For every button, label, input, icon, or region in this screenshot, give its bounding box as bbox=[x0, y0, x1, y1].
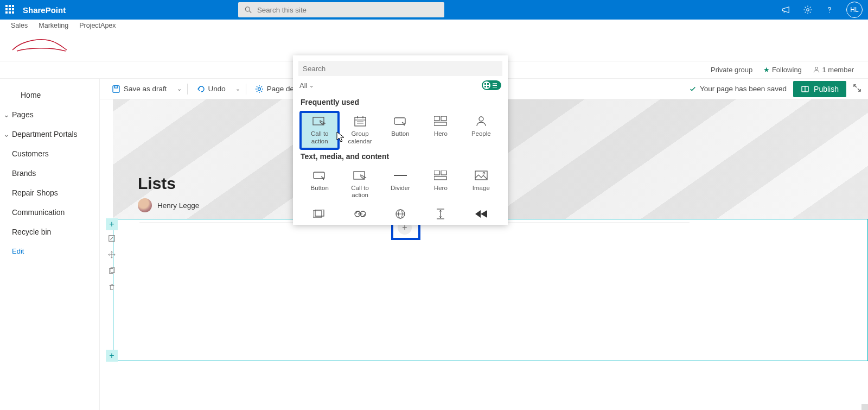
nav-home[interactable]: Home bbox=[0, 85, 99, 105]
page-title[interactable]: Lists bbox=[138, 174, 176, 193]
picker-section-freq: Frequently used bbox=[301, 98, 500, 106]
image-icon bbox=[474, 169, 489, 181]
search-wrap bbox=[238, 2, 444, 17]
wp-button-2[interactable]: Button bbox=[301, 166, 339, 203]
wp-image[interactable]: Image bbox=[462, 166, 500, 203]
svg-point-36 bbox=[483, 172, 485, 174]
svg-point-28 bbox=[479, 117, 483, 121]
svg-rect-13 bbox=[484, 83, 486, 85]
wp-partial-3[interactable] bbox=[381, 205, 419, 223]
wp-partial-1[interactable] bbox=[301, 205, 339, 223]
nav-department-portals[interactable]: ⌄Department Portals bbox=[0, 124, 99, 144]
wp-label: Image bbox=[473, 185, 490, 192]
nav-recycle-bin[interactable]: Recycle bin bbox=[0, 222, 99, 242]
nav-pages[interactable]: ⌄Pages bbox=[0, 105, 99, 124]
wp-hero-2[interactable]: Hero bbox=[422, 166, 459, 203]
site-tab[interactable]: ProjectApex bbox=[79, 22, 116, 33]
following-toggle[interactable]: ★ Following bbox=[763, 66, 802, 74]
app-launcher-icon[interactable] bbox=[5, 5, 15, 15]
wp-partial-5[interactable] bbox=[462, 205, 500, 223]
wp-label: Button bbox=[311, 185, 329, 192]
picker-search-input[interactable] bbox=[298, 61, 502, 76]
saved-status: Your page has been saved bbox=[689, 85, 787, 93]
move-section-icon[interactable] bbox=[106, 249, 118, 261]
wp-group-calendar[interactable]: Group calendar bbox=[341, 112, 379, 149]
scroll-corner bbox=[861, 404, 868, 410]
svg-point-4 bbox=[815, 67, 818, 70]
picker-section-text: Text, media, and content bbox=[301, 152, 500, 161]
svg-rect-14 bbox=[487, 83, 489, 85]
site-tab[interactable]: Marketing bbox=[39, 22, 68, 33]
hero-icon bbox=[433, 115, 448, 127]
save-draft-label: Save as draft bbox=[124, 85, 167, 93]
nav-communication[interactable]: Communication bbox=[0, 203, 99, 222]
user-avatar[interactable]: HL bbox=[846, 2, 863, 18]
brand-label[interactable]: SharePoint bbox=[23, 5, 66, 15]
page-author[interactable]: Henry Legge bbox=[138, 198, 199, 212]
empty-section[interactable]: + + + bbox=[113, 219, 868, 361]
picker-search[interactable] bbox=[298, 61, 502, 76]
save-draft-button[interactable]: Save as draft bbox=[106, 83, 173, 96]
svg-rect-26 bbox=[441, 116, 446, 121]
search-box[interactable] bbox=[238, 2, 444, 17]
toolbar-right: Your page has been saved Publish bbox=[689, 81, 861, 97]
svg-rect-35 bbox=[475, 171, 487, 180]
undo-chevron[interactable]: ⌄ bbox=[233, 85, 242, 92]
svg-point-3 bbox=[829, 12, 830, 13]
svg-rect-16 bbox=[487, 86, 489, 87]
left-nav: Home ⌄Pages ⌄Department Portals Customer… bbox=[0, 79, 100, 410]
svg-rect-34 bbox=[434, 176, 446, 180]
svg-line-1 bbox=[249, 11, 251, 13]
duplicate-section-icon[interactable] bbox=[106, 265, 118, 277]
wp-people[interactable]: People bbox=[462, 112, 500, 149]
wp-label: Call to action bbox=[302, 130, 337, 146]
site-tab[interactable]: Sales bbox=[11, 22, 28, 33]
cta-icon bbox=[353, 169, 368, 181]
add-section-bottom[interactable]: + bbox=[106, 350, 118, 362]
button-icon bbox=[312, 169, 327, 181]
divider bbox=[246, 84, 246, 94]
picker-view-toggle[interactable] bbox=[482, 80, 501, 90]
wp-cta-2[interactable]: Call to action bbox=[341, 166, 379, 203]
nav-edit-link[interactable]: Edit bbox=[0, 242, 99, 261]
nav-brands[interactable]: Brands bbox=[0, 163, 99, 183]
wp-call-to-action[interactable]: Call to action bbox=[301, 112, 339, 149]
nav-repair-shops[interactable]: Repair Shops bbox=[0, 183, 99, 203]
undo-icon bbox=[196, 85, 205, 93]
save-chevron[interactable]: ⌄ bbox=[175, 85, 184, 92]
edit-section-icon[interactable] bbox=[106, 232, 118, 244]
picker-filter-all[interactable]: All ⌄ bbox=[299, 81, 314, 90]
fullscreen-toggle[interactable] bbox=[853, 84, 861, 94]
wp-label: Hero bbox=[434, 185, 448, 192]
suite-right: HL bbox=[781, 2, 863, 18]
site-logo[interactable] bbox=[11, 34, 69, 56]
svg-rect-33 bbox=[441, 171, 446, 175]
megaphone-icon[interactable] bbox=[781, 5, 791, 15]
undo-button[interactable]: Undo bbox=[191, 83, 231, 96]
publish-button[interactable]: Publish bbox=[793, 81, 846, 97]
calendar-icon bbox=[353, 115, 368, 127]
gear-icon[interactable] bbox=[803, 5, 813, 15]
picker-grid-freq: Call to action Group calendar Button Her… bbox=[301, 112, 500, 149]
wp-hero[interactable]: Hero bbox=[422, 112, 459, 149]
nav-customers[interactable]: Customers bbox=[0, 144, 99, 163]
spacer-icon bbox=[433, 208, 448, 220]
wp-label: Group calendar bbox=[342, 130, 378, 146]
picker-body[interactable]: Frequently used Call to action Group cal… bbox=[293, 94, 508, 225]
svg-rect-6 bbox=[114, 86, 118, 88]
wp-divider[interactable]: Divider bbox=[381, 166, 419, 203]
svg-rect-15 bbox=[484, 86, 486, 87]
help-icon[interactable] bbox=[825, 5, 834, 15]
wp-partial-4[interactable] bbox=[422, 205, 459, 223]
wp-partial-2[interactable] bbox=[341, 205, 379, 223]
site-tabs: Sales Marketing ProjectApex bbox=[0, 20, 868, 33]
wp-button[interactable]: Button bbox=[381, 112, 419, 149]
gear-icon bbox=[255, 85, 264, 93]
add-section-top[interactable]: + bbox=[106, 218, 118, 230]
delete-section-icon[interactable] bbox=[106, 281, 118, 293]
wp-label: Hero bbox=[434, 130, 448, 138]
divider-icon bbox=[393, 169, 408, 181]
members-link[interactable]: 1 member bbox=[813, 66, 854, 74]
globe-icon bbox=[393, 208, 408, 220]
search-input[interactable] bbox=[257, 6, 438, 14]
